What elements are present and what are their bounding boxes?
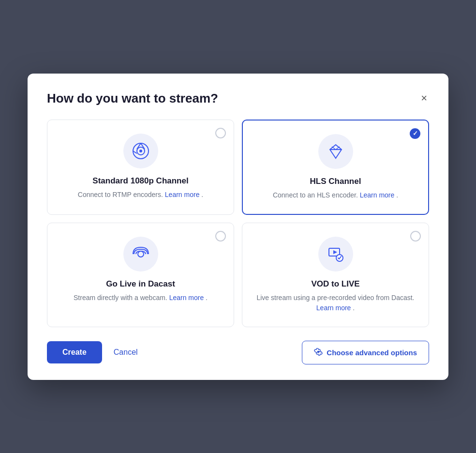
obs-icon-circle <box>123 134 158 168</box>
svg-marker-9 <box>333 250 337 254</box>
card-dacast-learn-link[interactable]: Learn more <box>169 294 204 302</box>
card-hls-desc: Connect to an HLS encoder. Learn more . <box>273 190 398 200</box>
card-hls[interactable]: HLS Channel Connect to an HLS encoder. L… <box>242 120 429 215</box>
modal-header: How do you want to stream? × <box>47 91 429 106</box>
card-dacast-desc: Stream directly with a webcam. Learn mor… <box>74 293 208 303</box>
modal-title: How do you want to stream? <box>47 91 218 106</box>
card-dacast-title: Go Live in Dacast <box>106 279 175 289</box>
obs-icon <box>132 142 149 160</box>
stream-modal: How do you want to stream? × Standard 10… <box>28 74 448 380</box>
card-vod-learn-link[interactable]: Learn more <box>316 304 351 312</box>
card-standard-learn-link[interactable]: Learn more <box>165 191 200 198</box>
modal-footer: Create Cancel Choose advanced options <box>47 341 429 364</box>
cards-grid: Standard 1080p Channel Connect to RTMP e… <box>47 120 429 327</box>
cancel-button[interactable]: Cancel <box>112 341 140 363</box>
close-button[interactable]: × <box>419 91 429 106</box>
radio-dacast <box>215 231 226 242</box>
card-vod-desc: Live stream using a pre-recorded video f… <box>254 293 417 313</box>
vod-icon <box>327 245 344 263</box>
card-vod[interactable]: VOD to LIVE Live stream using a pre-reco… <box>242 223 429 327</box>
card-standard-desc: Connect to RTMP encoders. Learn more . <box>78 190 203 200</box>
card-hls-learn-link[interactable]: Learn more <box>360 191 395 199</box>
svg-point-7 <box>138 251 144 257</box>
card-vod-title: VOD to LIVE <box>311 279 359 289</box>
card-hls-title: HLS Channel <box>310 177 361 186</box>
card-standard-title: Standard 1080p Channel <box>92 176 188 186</box>
create-button[interactable]: Create <box>47 341 102 363</box>
diamond-icon-circle <box>318 134 353 169</box>
webcam-icon <box>132 245 149 263</box>
advanced-options-button[interactable]: Choose advanced options <box>302 341 429 364</box>
webcam-icon-circle <box>123 237 158 272</box>
gear-icon <box>314 347 323 358</box>
radio-vod <box>410 231 421 242</box>
card-dacast[interactable]: Go Live in Dacast Stream directly with a… <box>47 223 234 327</box>
svg-point-2 <box>139 150 142 152</box>
svg-marker-6 <box>330 145 342 158</box>
advanced-options-label: Choose advanced options <box>327 348 417 357</box>
card-standard[interactable]: Standard 1080p Channel Connect to RTMP e… <box>47 120 234 215</box>
radio-hls <box>410 128 420 139</box>
vod-icon-circle <box>318 237 353 272</box>
diamond-icon <box>327 143 344 160</box>
radio-standard <box>215 128 226 138</box>
